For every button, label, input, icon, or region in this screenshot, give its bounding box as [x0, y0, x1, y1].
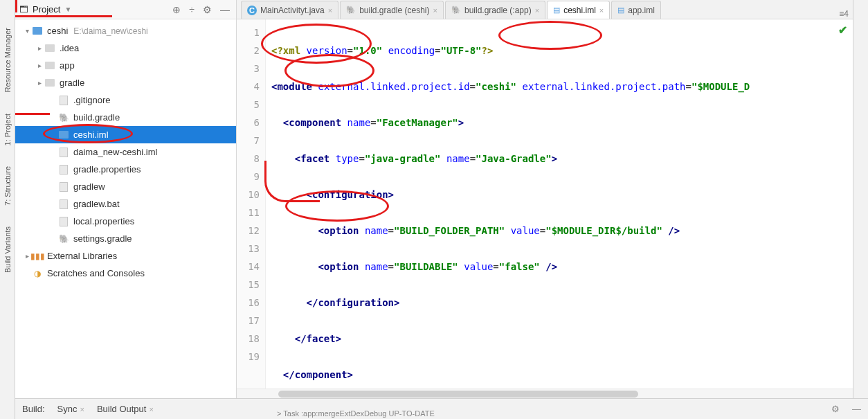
tree-folder-app[interactable]: ▸ app [15, 57, 236, 74]
tree-file-settings-gradle[interactable]: 🐘 settings.gradle [15, 230, 236, 247]
file-icon [58, 181, 69, 193]
file-icon [58, 95, 69, 106]
chevron-down-icon[interactable]: ▾ [22, 27, 32, 35]
build-variants-tab[interactable]: Build Variants [3, 226, 12, 273]
build-tool-window-header: Build: Sync × Build Output × ⚙ — [15, 398, 868, 419]
tree-file-local-properties[interactable]: local.properties [15, 213, 236, 230]
tree-scratches[interactable]: ◑ Scratches and Consoles [15, 265, 236, 282]
editor-body: ✔ 123456789 10111213141516171819 <?xml v… [237, 19, 853, 389]
right-tool-strip [853, 0, 868, 398]
scratches-icon: ◑ [32, 268, 43, 279]
resource-manager-tab[interactable]: Resource Manager [3, 28, 12, 93]
close-icon[interactable]: × [328, 6, 332, 15]
library-icon: ▮▮▮ [32, 251, 43, 262]
folder-icon [44, 78, 55, 89]
hide-icon[interactable]: — [852, 404, 861, 414]
gear-icon[interactable]: ⚙ [831, 404, 840, 414]
file-icon [58, 216, 69, 227]
gear-icon[interactable]: ⚙ [201, 4, 214, 15]
tab-app-iml[interactable]: ▤ app.iml [611, 1, 661, 19]
file-icon: ▤ [553, 6, 560, 15]
file-icon [58, 130, 69, 141]
close-icon[interactable]: × [535, 6, 539, 15]
file-icon [58, 147, 69, 158]
tree-file-daima-iml[interactable]: daima_new-ceshi.iml [15, 143, 236, 161]
tab-build-gradle-app[interactable]: 🐘 build.gradle (:app) × [445, 1, 545, 19]
build-label: Build: [22, 404, 45, 414]
project-tab[interactable]: 1: Project [3, 114, 12, 145]
editor-panel: C MainActivityt.java × 🐘 build.gradle (c… [237, 0, 853, 398]
folder-icon [44, 43, 55, 54]
tree-file-gradle-properties[interactable]: gradle.properties [15, 161, 236, 178]
tree-file-gradlew-bat[interactable]: gradlew.bat [15, 195, 236, 213]
project-sidebar: 🗔 Project ▼ ⊕ ÷ ⚙ — ▾ ceshi E:\daima_new… [15, 0, 237, 398]
gradle-icon: 🐘 [346, 6, 356, 15]
task-output-line: > Task :app:mergeExtDexDebug UP-TO-DATE [277, 409, 435, 418]
close-icon[interactable]: × [433, 6, 437, 15]
project-icon: 🗔 [19, 4, 28, 15]
project-tree[interactable]: ▾ ceshi E:\daima_new\ceshi ▸ .idea ▸ app… [15, 19, 236, 398]
build-output-tab[interactable]: Build Output × [97, 404, 154, 414]
tab-ceshi-iml[interactable]: ▤ ceshi.iml × [547, 1, 610, 19]
close-icon[interactable]: × [149, 405, 153, 413]
project-header: 🗔 Project ▼ ⊕ ÷ ⚙ — [15, 0, 236, 19]
target-icon[interactable]: ⊕ [170, 4, 183, 15]
hide-icon[interactable]: — [218, 4, 232, 15]
folder-icon [44, 60, 55, 71]
editor-tabs: C MainActivityt.java × 🐘 build.gradle (c… [237, 0, 853, 19]
gradle-icon: 🐘 [58, 233, 69, 244]
tab-overflow-indicator[interactable]: ≡4 [835, 9, 853, 19]
tree-folder-gradle[interactable]: ▸ gradle [15, 74, 236, 91]
project-dropdown[interactable]: Project [33, 4, 60, 15]
tree-file-ceshi-iml[interactable]: ceshi.iml [15, 126, 236, 143]
tree-file-build-gradle[interactable]: 🐘 build.gradle [15, 109, 236, 126]
tree-root[interactable]: ▾ ceshi E:\daima_new\ceshi [15, 22, 236, 39]
sync-tab[interactable]: Sync × [57, 404, 84, 414]
tree-root-label: ceshi [47, 26, 68, 36]
code-editor[interactable]: <?xml version="1.0" encoding="UTF-8"?> <… [266, 19, 853, 389]
structure-tab[interactable]: 7: Structure [3, 166, 12, 206]
tree-external-libraries[interactable]: ▸ ▮▮▮ External Libraries [15, 247, 236, 265]
gradle-icon: 🐘 [451, 6, 461, 15]
close-icon[interactable]: × [80, 405, 84, 413]
tree-folder-idea[interactable]: ▸ .idea [15, 39, 236, 57]
tree-root-path: E:\daima_new\ceshi [73, 26, 147, 36]
chevron-right-icon[interactable]: ▸ [35, 79, 44, 87]
file-icon [58, 199, 69, 210]
check-icon: ✔ [838, 24, 847, 37]
chevron-right-icon[interactable]: ▸ [35, 62, 44, 69]
file-icon [58, 164, 69, 175]
chevron-right-icon[interactable]: ▸ [35, 44, 44, 52]
java-class-icon: C [247, 6, 257, 15]
gradle-icon: 🐘 [58, 112, 69, 123]
close-icon[interactable]: × [599, 6, 604, 15]
folder-icon [32, 26, 43, 37]
tree-file-gitignore[interactable]: .gitignore [15, 91, 236, 109]
tree-file-gradlew[interactable]: gradlew [15, 178, 236, 195]
horizontal-scrollbar[interactable] [237, 389, 853, 398]
line-gutter: 123456789 10111213141516171819 [237, 19, 266, 389]
chevron-down-icon[interactable]: ▼ [64, 6, 71, 13]
file-icon: ▤ [617, 6, 624, 15]
collapse-icon[interactable]: ÷ [187, 4, 197, 15]
left-tool-strip: Resource Manager 1: Project 7: Structure… [0, 0, 15, 419]
tab-build-gradle-ceshi[interactable]: 🐘 build.gradle (ceshi) × [340, 1, 444, 19]
tab-mainactivity[interactable]: C MainActivityt.java × [241, 1, 338, 19]
